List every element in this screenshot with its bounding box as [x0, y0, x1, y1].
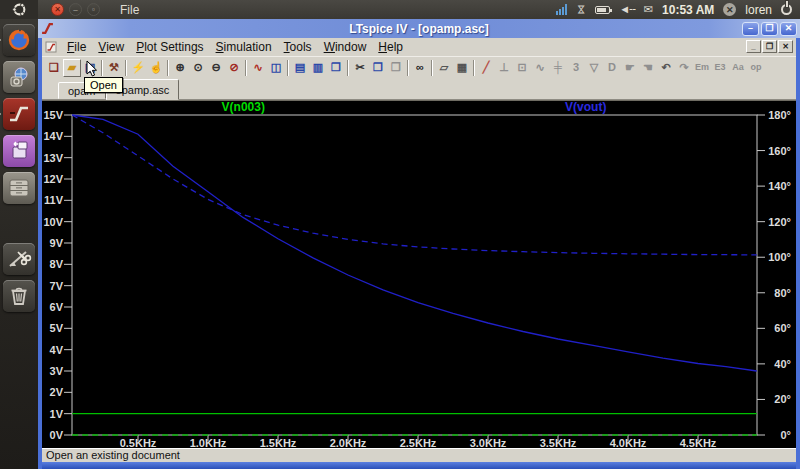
close-button[interactable]: ✕ [51, 3, 64, 16]
toolbar-separator [287, 60, 289, 76]
x-tick-label: 0.5KHz [120, 437, 157, 449]
dock-item-ltspice[interactable] [3, 98, 35, 130]
bluetooth-icon[interactable]: ⋈ [576, 5, 587, 15]
toolbar-separator [431, 60, 433, 76]
tile-horizontal-button[interactable]: ▤ [291, 59, 309, 77]
menu-help[interactable]: Help [372, 39, 409, 55]
move-button[interactable]: ☛ [621, 59, 639, 77]
menu-bar: FileViewPlot SettingsSimulationToolsWind… [42, 38, 796, 56]
diode-button[interactable]: ▽ [585, 59, 603, 77]
y-left-label: 0V [50, 429, 64, 441]
legend-v-n003-: V(n003) [222, 101, 265, 114]
panel-window-controls: ✕–▫ [51, 3, 100, 16]
y-right-label: 160° [768, 145, 791, 157]
battery-icon[interactable] [595, 6, 610, 14]
open-button[interactable]: ▰ [63, 59, 81, 77]
halt-button[interactable]: ☝ [147, 59, 165, 77]
spice-directive-button[interactable]: op [747, 59, 765, 77]
plot-settings-button[interactable]: ◫ [267, 59, 285, 77]
menu-plot-settings[interactable]: Plot Settings [130, 39, 209, 55]
dock-item-file-manager[interactable] [3, 172, 35, 204]
run-button[interactable]: ⚡ [129, 59, 147, 77]
toolbar-separator [473, 60, 475, 76]
menu-view[interactable]: View [92, 39, 130, 55]
toolbar-separator [407, 60, 409, 76]
zoom-area-button[interactable]: ⊙ [189, 59, 207, 77]
ubuntu-logo-icon [12, 2, 27, 17]
legend-v-vout-: V(vout) [565, 101, 606, 114]
restore-button[interactable]: ❐ [761, 22, 778, 36]
zoom-in-button[interactable]: ⊕ [171, 59, 189, 77]
dock-item-cutter[interactable] [3, 243, 35, 275]
mouse-cursor [86, 60, 98, 78]
top-panel: ✕–▫ File ⋈ ◄╌ ✉ 10:53 AM ✕ loren [0, 0, 800, 19]
menu-window[interactable]: Window [318, 39, 373, 55]
mail-icon[interactable]: ✉ [644, 4, 653, 15]
x-tick-label: 2.0KHz [330, 437, 367, 449]
y-right-label: 0° [780, 429, 791, 441]
print-button[interactable]: ▦ [453, 59, 471, 77]
title-bar[interactable]: LTspice IV - [opamp.asc] –❐✕ [38, 19, 800, 38]
menu-simulation[interactable]: Simulation [210, 39, 278, 55]
cut-button[interactable]: ✂ [351, 59, 369, 77]
dock-item-screenshot-tool[interactable] [3, 135, 35, 167]
dock-item-trash[interactable] [3, 280, 35, 312]
power-icon[interactable] [781, 4, 792, 15]
panel-menu-file[interactable]: File [120, 3, 139, 17]
component-button[interactable]: D [603, 59, 621, 77]
y-left-label: 6V [50, 301, 64, 313]
toolbar-separator [101, 60, 103, 76]
tile-vertical-button[interactable]: ▥ [309, 59, 327, 77]
mdi-restore-button[interactable]: ❐ [762, 40, 777, 53]
copy-button[interactable]: ❐ [369, 59, 387, 77]
menu-tools[interactable]: Tools [278, 39, 318, 55]
wire-button[interactable]: ╱ [477, 59, 495, 77]
mdi-minimize-button[interactable]: _ [746, 40, 761, 53]
paste-button[interactable]: ❒ [387, 59, 405, 77]
zoom-out-button[interactable]: ⊖ [207, 59, 225, 77]
dock-item-software-center[interactable] [3, 61, 35, 93]
cascade-windows-button[interactable]: ❐ [327, 59, 345, 77]
x-tick-label: 4.5KHz [680, 437, 717, 449]
minimize-button[interactable]: – [69, 3, 82, 16]
resistor-button[interactable]: ∿ [531, 59, 549, 77]
mdi-close-button[interactable]: ✕ [778, 40, 793, 53]
waveform-pane[interactable]: 15V14V13V12V11V10V9V8V7V6V5V4V3V2V1V0V18… [42, 100, 796, 448]
volume-icon[interactable]: ◄╌ [619, 4, 635, 15]
toolbar: ❑▰▣⚒⚡☝⊕⊙⊖⊘∿◫▤▥❐✂❐❒∞▱▦╱⊥⊡∿╪3▽D☛☚↶↷EmE3Aao… [42, 56, 796, 78]
tab-bar: opamopamp.asc [42, 78, 796, 100]
new-schematic-button[interactable]: ❑ [45, 59, 63, 77]
text-button[interactable]: Aa [729, 59, 747, 77]
y-right-label: 120° [768, 216, 791, 228]
x-tick-label: 3.0KHz [470, 437, 507, 449]
user-status-icon[interactable]: ✕ [723, 3, 736, 16]
redo-button[interactable]: ↷ [675, 59, 693, 77]
menu-file[interactable]: File [61, 39, 92, 55]
network-signal-icon[interactable] [556, 4, 567, 15]
rotate-button[interactable]: E3 [711, 59, 729, 77]
dock-item-firefox[interactable] [3, 24, 35, 56]
clock[interactable]: 10:53 AM [662, 3, 714, 17]
close-button[interactable]: ✕ [780, 22, 797, 36]
window-title: LTspice IV - [opamp.asc] [38, 22, 800, 36]
print-preview-button[interactable]: ▱ [435, 59, 453, 77]
autorange-y-axis-button[interactable]: ∿ [249, 59, 267, 77]
zoom-full-extents-button[interactable]: ⊘ [225, 59, 243, 77]
ubuntu-button[interactable] [0, 0, 38, 19]
drag-button[interactable]: ☚ [639, 59, 657, 77]
minimize-button[interactable]: – [742, 22, 759, 36]
undo-button[interactable]: ↶ [657, 59, 675, 77]
title-bar-buttons: –❐✕ [742, 22, 797, 36]
mirror-button[interactable]: Em [693, 59, 711, 77]
waveform-plot[interactable]: 15V14V13V12V11V10V9V8V7V6V5V4V3V2V1V0V18… [42, 101, 796, 449]
net-label-button[interactable]: ⊡ [513, 59, 531, 77]
y-left-label: 15V [43, 109, 63, 121]
maximize-button[interactable]: ▫ [87, 3, 100, 16]
capacitor-button[interactable]: ╪ [549, 59, 567, 77]
inductor-button[interactable]: 3 [567, 59, 585, 77]
find-button[interactable]: ∞ [411, 59, 429, 77]
ground-button[interactable]: ⊥ [495, 59, 513, 77]
control-panel-button[interactable]: ⚒ [105, 59, 123, 77]
user-name[interactable]: loren [745, 3, 772, 17]
y-right-label: 140° [768, 180, 791, 192]
